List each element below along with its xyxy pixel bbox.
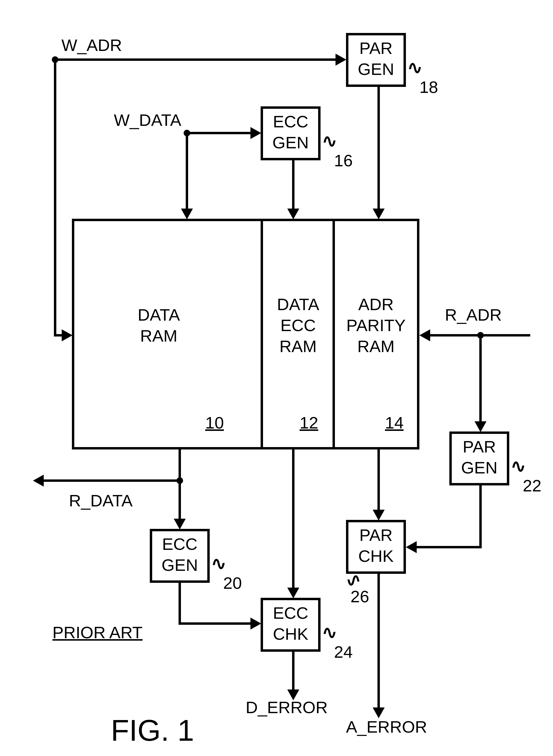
arrowhead-icon: [181, 209, 193, 219]
wire: [378, 574, 380, 709]
label-r-data: R_DATA: [69, 492, 133, 510]
wire: [378, 87, 380, 210]
figure-caption: FIG. 1: [111, 713, 194, 748]
arrowhead-icon: [475, 421, 486, 432]
diagram-page: W_ADR W_DATA PAR GEN ∿ 18 ECC GEN ∿ 16 D…: [0, 0, 553, 756]
ref-16: 16: [334, 151, 352, 170]
label-ecc-chk-l1: ECC: [269, 604, 312, 622]
arrowhead-icon: [62, 329, 73, 341]
wire: [479, 485, 482, 548]
lead-line-16: ∿: [322, 130, 337, 151]
label-ecc-gen-top-l2: GEN: [269, 133, 312, 152]
label-data-ecc-ram-l3: RAM: [265, 337, 331, 356]
wire: [54, 59, 56, 336]
label-ecc-gen-top-l1: ECC: [269, 112, 312, 131]
ref-14: 14: [385, 413, 403, 432]
lead-line-20: ∿: [211, 553, 226, 574]
ref-18: 18: [419, 78, 438, 96]
ref-24: 24: [334, 643, 352, 661]
label-data-ecc-ram-l2: ECC: [265, 316, 331, 335]
wire: [378, 449, 380, 511]
arrowhead-icon: [373, 510, 385, 521]
label-a-error: A_ERROR: [346, 717, 427, 736]
label-data-ram-l1: DATA: [114, 306, 204, 324]
label-adr-par-ram-l1: ADR: [335, 295, 416, 314]
label-adr-par-ram-l3: RAM: [335, 337, 416, 356]
label-par-gen-r-l2: GEN: [458, 458, 500, 477]
label-data-ecc-ram-l1: DATA: [265, 295, 331, 314]
label-par-chk-l1: PAR: [355, 526, 397, 544]
label-w-data: W_DATA: [114, 111, 181, 130]
wire: [42, 479, 180, 482]
ref-20: 20: [223, 574, 242, 592]
wire: [416, 546, 482, 548]
divider-2: [332, 219, 335, 449]
wire: [186, 132, 250, 134]
arrowhead-icon: [419, 329, 430, 341]
label-w-adr: W_ADR: [61, 36, 122, 55]
label-r-adr: R_ADR: [445, 306, 502, 324]
divider-1: [261, 219, 263, 449]
wire: [292, 449, 295, 589]
ref-22: 22: [523, 476, 541, 495]
ref-12: 12: [300, 413, 318, 432]
arrowhead-icon: [373, 707, 385, 718]
wire: [292, 652, 295, 691]
lead-line-24: ∿: [322, 622, 337, 643]
label-adr-par-ram-l2: PARITY: [335, 316, 416, 335]
label-prior-art: PRIOR ART: [53, 623, 143, 642]
wire: [178, 583, 181, 625]
wire: [479, 334, 482, 423]
arrowhead-icon: [250, 618, 261, 629]
label-par-gen-top-l1: PAR: [355, 39, 397, 58]
label-par-gen-r-l1: PAR: [458, 438, 500, 456]
arrowhead-icon: [287, 209, 299, 219]
lead-line-18: ∿: [407, 57, 422, 78]
wire: [178, 449, 181, 479]
wire: [292, 160, 295, 210]
arrowhead-icon: [287, 588, 299, 598]
wire: [178, 479, 181, 520]
label-data-ram-l2: RAM: [114, 327, 204, 345]
arrowhead-icon: [174, 519, 186, 529]
label-ecc-gen-b-l2: GEN: [159, 556, 201, 575]
ref-10: 10: [205, 413, 224, 432]
arrowhead-icon: [250, 127, 261, 139]
label-ecc-gen-b-l1: ECC: [159, 535, 201, 553]
label-par-gen-top-l2: GEN: [355, 60, 397, 78]
arrowhead-icon: [335, 54, 346, 66]
wire: [186, 132, 188, 210]
label-ecc-chk-l2: CHK: [269, 625, 312, 643]
lead-line-22: ∿: [511, 455, 526, 476]
wire: [54, 59, 335, 61]
label-par-chk-l2: CHK: [355, 547, 397, 565]
arrowhead-icon: [33, 475, 44, 486]
wire: [178, 622, 250, 625]
label-d-error: D_ERROR: [246, 698, 328, 717]
arrowhead-icon: [373, 209, 385, 219]
arrowhead-icon: [287, 689, 299, 700]
arrowhead-icon: [406, 541, 417, 553]
ref-26: 26: [350, 587, 369, 606]
